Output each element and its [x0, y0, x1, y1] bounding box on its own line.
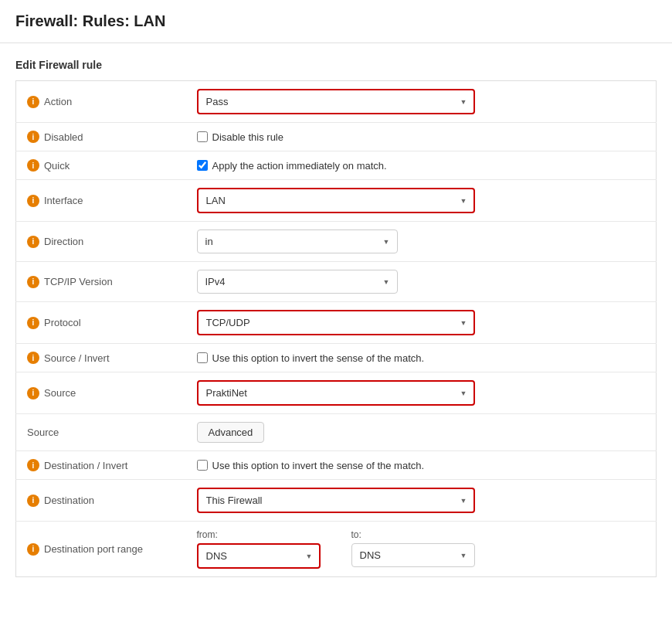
- checkbox-text-disabled: Disable this rule: [212, 131, 284, 143]
- checkbox-label-destination_invert[interactable]: Use this option to invert the sense of t…: [197, 460, 646, 471]
- select-action[interactable]: PassBlockReject: [197, 89, 475, 114]
- label-action: iAction: [16, 81, 186, 123]
- port-to-group: to:DNSHTTPHTTPSany: [351, 529, 475, 567]
- value-quick: Apply the action immediately on match.: [186, 151, 657, 180]
- checkbox-source_invert[interactable]: [197, 352, 208, 363]
- info-icon-destination_port_range[interactable]: i: [27, 543, 39, 556]
- label-destination_invert: iDestination / Invert: [16, 451, 186, 480]
- value-direction: inoutany: [186, 222, 657, 262]
- label-direction: iDirection: [16, 222, 186, 262]
- info-icon-action[interactable]: i: [27, 96, 39, 108]
- value-source_advanced: Advanced: [186, 414, 657, 451]
- label-destination_port_range: iDestination port range: [16, 522, 186, 577]
- row-direction: iDirectioninoutany: [16, 222, 657, 262]
- value-tcpip_version: IPv4IPv6IPv4+IPv6: [186, 262, 657, 302]
- label-text-quick: Quick: [44, 160, 70, 172]
- port-from-select[interactable]: DNSHTTPHTTPSany: [197, 543, 321, 569]
- label-quick: iQuick: [16, 151, 186, 180]
- row-source_advanced: SourceAdvanced: [16, 414, 657, 451]
- info-icon-source[interactable]: i: [27, 387, 39, 400]
- value-protocol: TCP/UDPTCPUDPICMPany: [186, 302, 657, 344]
- value-destination_invert: Use this option to invert the sense of t…: [186, 451, 657, 480]
- value-action: PassBlockReject: [186, 81, 657, 123]
- select-interface[interactable]: LANWANLAN2: [197, 188, 475, 213]
- value-disabled: Disable this rule: [186, 123, 657, 151]
- label-disabled: iDisabled: [16, 123, 186, 151]
- label-text-destination: Destination: [44, 495, 94, 506]
- label-text-tcpip_version: TCP/IP Version: [44, 276, 113, 287]
- label-source_invert: iSource / Invert: [16, 344, 186, 372]
- label-text-direction: Direction: [44, 236, 83, 247]
- port-range-container: from:DNSHTTPHTTPSanyto:DNSHTTPHTTPSany: [197, 529, 646, 569]
- checkbox-label-quick[interactable]: Apply the action immediately on match.: [197, 160, 646, 172]
- advanced-button-source_advanced[interactable]: Advanced: [197, 422, 265, 443]
- label-source: iSource: [16, 372, 186, 414]
- value-interface: LANWANLAN2: [186, 180, 657, 222]
- checkbox-disabled[interactable]: [197, 131, 208, 142]
- row-protocol: iProtocolTCP/UDPTCPUDPICMPany: [16, 302, 657, 344]
- row-destination_invert: iDestination / InvertUse this option to …: [16, 451, 657, 480]
- checkbox-destination_invert[interactable]: [197, 460, 208, 471]
- checkbox-quick[interactable]: [197, 160, 208, 171]
- value-source_invert: Use this option to invert the sense of t…: [186, 344, 657, 372]
- row-tcpip_version: iTCP/IP VersionIPv4IPv6IPv4+IPv6: [16, 262, 657, 302]
- label-protocol: iProtocol: [16, 302, 186, 344]
- row-disabled: iDisabledDisable this rule: [16, 123, 657, 151]
- info-icon-source_invert[interactable]: i: [27, 352, 39, 364]
- port-to-select[interactable]: DNSHTTPHTTPSany: [351, 543, 475, 567]
- select-destination[interactable]: This FirewallanyLAN net: [197, 488, 475, 513]
- checkbox-label-source_invert[interactable]: Use this option to invert the sense of t…: [197, 352, 646, 364]
- row-source_invert: iSource / InvertUse this option to inver…: [16, 344, 657, 372]
- label-text-interface: Interface: [44, 195, 83, 206]
- info-icon-tcpip_version[interactable]: i: [27, 276, 39, 288]
- info-icon-destination[interactable]: i: [27, 495, 39, 507]
- info-icon-quick[interactable]: i: [27, 159, 39, 172]
- row-destination: iDestinationThis FirewallanyLAN net: [16, 480, 657, 522]
- label-text-destination_invert: Destination / Invert: [44, 460, 127, 471]
- select-tcpip_version[interactable]: IPv4IPv6IPv4+IPv6: [197, 270, 398, 294]
- form-table: iActionPassBlockRejectiDisabledDisable t…: [15, 80, 657, 577]
- info-icon-direction[interactable]: i: [27, 236, 39, 248]
- checkbox-text-quick: Apply the action immediately on match.: [212, 160, 387, 172]
- checkbox-text-source_invert: Use this option to invert the sense of t…: [212, 352, 425, 364]
- port-to-label: to:: [351, 529, 475, 540]
- label-text-protocol: Protocol: [44, 317, 81, 328]
- row-source: iSourcePraktiNetanyLAN net: [16, 372, 657, 414]
- label-tcpip_version: iTCP/IP Version: [16, 262, 186, 302]
- checkbox-text-destination_invert: Use this option to invert the sense of t…: [212, 460, 425, 471]
- value-destination: This FirewallanyLAN net: [186, 480, 657, 522]
- page-title: Firewall: Rules: LAN: [15, 12, 657, 30]
- checkbox-label-disabled[interactable]: Disable this rule: [197, 131, 646, 143]
- info-icon-disabled[interactable]: i: [27, 131, 39, 143]
- row-quick: iQuickApply the action immediately on ma…: [16, 151, 657, 180]
- label-interface: iInterface: [16, 180, 186, 222]
- row-destination_port_range: iDestination port rangefrom:DNSHTTPHTTPS…: [16, 522, 657, 577]
- label-text-action: Action: [44, 96, 72, 107]
- row-action: iActionPassBlockReject: [16, 81, 657, 123]
- label-text-disabled: Disabled: [44, 131, 83, 143]
- section-title: Edit Firewall rule: [15, 59, 657, 71]
- select-direction[interactable]: inoutany: [197, 230, 398, 253]
- label-text-destination_port_range: Destination port range: [44, 543, 143, 555]
- label-source_advanced: Source: [16, 414, 186, 451]
- label-destination: iDestination: [16, 480, 186, 522]
- info-icon-protocol[interactable]: i: [27, 317, 39, 329]
- info-icon-interface[interactable]: i: [27, 195, 39, 207]
- select-protocol[interactable]: TCP/UDPTCPUDPICMPany: [197, 310, 475, 335]
- label-text-source: Source: [44, 387, 76, 399]
- row-interface: iInterfaceLANWANLAN2: [16, 180, 657, 222]
- select-source[interactable]: PraktiNetanyLAN net: [197, 380, 475, 406]
- value-destination_port_range: from:DNSHTTPHTTPSanyto:DNSHTTPHTTPSany: [186, 522, 657, 577]
- port-from-group: from:DNSHTTPHTTPSany: [197, 529, 321, 569]
- label-text-source_invert: Source / Invert: [44, 352, 110, 364]
- info-icon-destination_invert[interactable]: i: [27, 459, 39, 471]
- port-from-label: from:: [197, 529, 321, 540]
- value-source: PraktiNetanyLAN net: [186, 372, 657, 414]
- label-text-source_advanced: Source: [27, 427, 59, 438]
